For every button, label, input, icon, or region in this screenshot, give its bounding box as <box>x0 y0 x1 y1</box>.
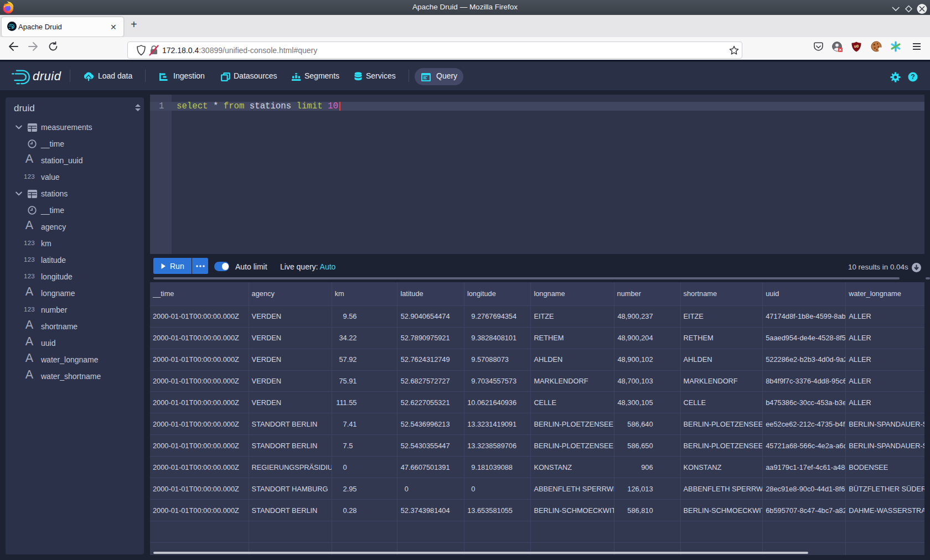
svg-text:u0: u0 <box>854 44 859 48</box>
svg-text:?: ? <box>911 73 915 81</box>
